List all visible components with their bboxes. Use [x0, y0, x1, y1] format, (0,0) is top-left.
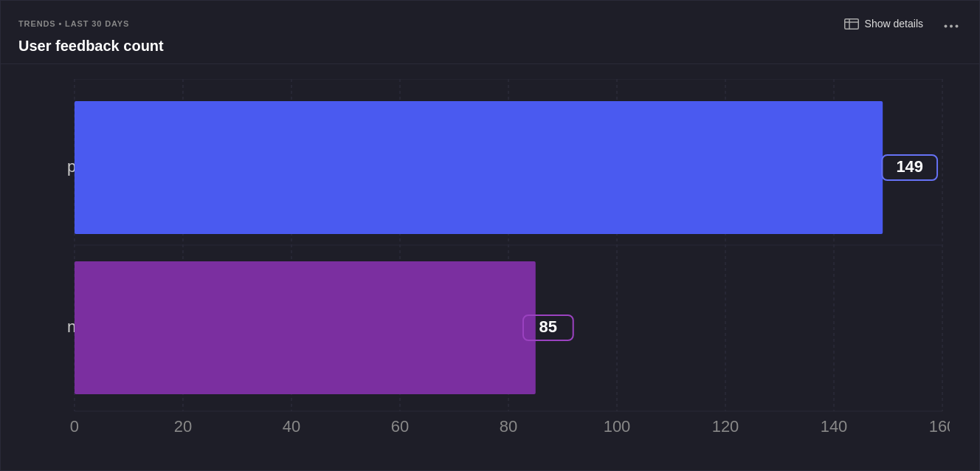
chart-title: User feedback count: [18, 38, 962, 55]
more-icon: [944, 24, 959, 28]
svg-point-4: [950, 25, 953, 28]
svg-text:120: 120: [712, 417, 739, 436]
svg-text:60: 60: [391, 417, 409, 436]
header-top: TRENDS • LAST 30 DAYS Show details: [18, 14, 962, 33]
positive-value-badge: 149: [896, 157, 923, 176]
show-details-label: Show details: [865, 18, 923, 30]
header-actions: Show details: [838, 14, 962, 33]
svg-text:40: 40: [283, 417, 300, 436]
dashboard-card: TRENDS • LAST 30 DAYS Show details: [0, 0, 980, 471]
svg-text:100: 100: [604, 417, 631, 436]
svg-rect-0: [844, 18, 858, 29]
show-details-button[interactable]: Show details: [838, 15, 929, 32]
card-header: TRENDS • LAST 30 DAYS Show details: [1, 1, 979, 64]
svg-text:20: 20: [174, 417, 192, 436]
svg-point-3: [945, 25, 948, 28]
chart-area: .grid { stroke: #333344; stroke-width: 1…: [1, 64, 979, 470]
svg-text:160: 160: [929, 417, 950, 436]
negative-value-badge: 85: [539, 317, 557, 336]
svg-text:80: 80: [500, 417, 517, 436]
svg-text:0: 0: [70, 417, 79, 436]
more-options-button[interactable]: [941, 14, 962, 33]
trends-label: TRENDS • LAST 30 DAYS: [18, 19, 129, 28]
svg-text:140: 140: [821, 417, 848, 436]
table-icon: [844, 18, 859, 30]
svg-point-5: [956, 25, 959, 28]
negative-bar: [75, 261, 536, 394]
positive-bar: [75, 101, 883, 234]
bar-chart: .grid { stroke: #333344; stroke-width: 1…: [67, 79, 950, 441]
